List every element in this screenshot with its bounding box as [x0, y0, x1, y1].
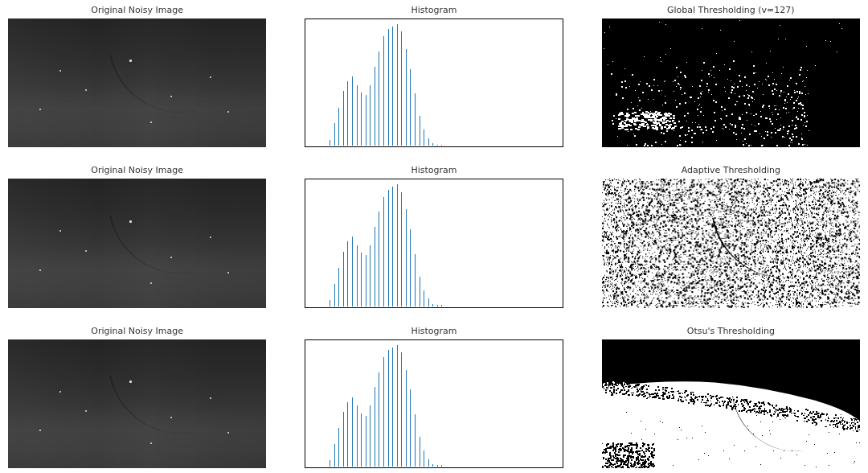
svg-rect-4268 [764, 291, 766, 293]
svg-rect-2171 [636, 223, 637, 224]
svg-rect-2156 [612, 305, 613, 306]
svg-rect-7072 [638, 216, 639, 217]
svg-rect-3014 [797, 227, 798, 228]
svg-rect-6402 [743, 195, 743, 196]
svg-rect-6832 [686, 223, 688, 224]
svg-rect-5467 [833, 280, 833, 281]
svg-rect-1687 [639, 239, 640, 240]
svg-rect-1974 [626, 287, 627, 288]
svg-rect-6482 [857, 238, 858, 239]
svg-rect-2789 [666, 225, 667, 226]
svg-rect-6443 [667, 279, 669, 281]
svg-rect-6943 [780, 185, 780, 186]
svg-rect-6993 [676, 292, 677, 293]
svg-rect-6466 [767, 298, 768, 300]
svg-rect-417 [758, 299, 759, 300]
svg-rect-4473 [822, 271, 823, 272]
svg-rect-4678 [842, 302, 843, 303]
svg-rect-6440 [676, 222, 678, 224]
svg-rect-6271 [705, 269, 706, 270]
svg-rect-2394 [647, 193, 648, 194]
svg-rect-6830 [707, 289, 709, 290]
svg-rect-5710 [852, 208, 853, 209]
svg-rect-6597 [633, 243, 633, 244]
svg-rect-218 [641, 207, 642, 208]
svg-rect-1702 [641, 299, 641, 300]
svg-rect-5352 [622, 210, 623, 211]
svg-rect-1269 [753, 183, 754, 183]
svg-rect-6410 [677, 282, 678, 283]
svg-rect-3303 [714, 237, 715, 238]
svg-rect-650 [827, 282, 828, 282]
svg-rect-6886 [834, 299, 835, 300]
svg-rect-6678 [633, 218, 634, 219]
svg-rect-24 [796, 307, 797, 308]
svg-rect-80 [637, 307, 638, 308]
svg-rect-2255 [716, 199, 717, 200]
svg-rect-4277 [787, 209, 788, 211]
svg-rect-5944 [720, 294, 721, 295]
svg-rect-2988 [686, 251, 686, 252]
svg-rect-4346 [783, 184, 784, 186]
svg-rect-2845 [817, 200, 818, 201]
svg-rect-5137 [761, 204, 762, 205]
svg-rect-298 [682, 295, 684, 297]
svg-rect-152 [827, 232, 828, 232]
svg-rect-169 [830, 195, 831, 196]
svg-rect-1883 [724, 212, 725, 212]
svg-rect-3556 [632, 298, 633, 299]
svg-rect-1638 [638, 295, 639, 296]
svg-rect-2073 [836, 292, 837, 293]
svg-rect-6807 [829, 186, 830, 187]
svg-rect-6206 [650, 201, 652, 203]
svg-rect-5235 [618, 199, 619, 199]
svg-rect-3081 [816, 274, 817, 274]
svg-rect-5910 [720, 212, 721, 212]
svg-rect-4931 [602, 255, 603, 256]
svg-rect-5022 [627, 224, 628, 224]
svg-rect-3380 [720, 247, 722, 249]
svg-rect-4251 [840, 179, 841, 180]
svg-rect-5755 [828, 270, 829, 271]
svg-rect-452 [726, 264, 727, 265]
svg-rect-7079 [695, 249, 697, 251]
svg-rect-3465 [710, 220, 710, 221]
svg-rect-7089 [725, 290, 726, 290]
svg-rect-4000 [661, 202, 661, 203]
svg-rect-4795 [715, 269, 716, 270]
svg-rect-3139 [733, 293, 734, 294]
svg-rect-4672 [653, 258, 653, 259]
svg-rect-2513 [679, 282, 680, 283]
svg-rect-1590 [660, 185, 661, 186]
svg-rect-6994 [694, 246, 696, 248]
svg-rect-6500 [643, 246, 644, 247]
svg-rect-3481 [752, 188, 753, 189]
svg-rect-2096 [799, 258, 800, 259]
svg-rect-3834 [655, 242, 657, 244]
svg-rect-6615 [833, 292, 833, 293]
svg-rect-4784 [608, 236, 609, 238]
svg-rect-5160 [732, 299, 734, 301]
svg-rect-5969 [820, 225, 821, 226]
svg-rect-7167 [629, 242, 630, 243]
svg-rect-5691 [664, 185, 665, 186]
svg-rect-4411 [832, 204, 833, 205]
svg-rect-1490 [804, 282, 805, 282]
svg-rect-150 [655, 197, 656, 198]
svg-rect-5267 [608, 291, 608, 292]
svg-rect-3789 [660, 189, 661, 190]
svg-rect-5033 [776, 300, 776, 301]
svg-rect-2157 [850, 298, 851, 299]
svg-rect-1794 [847, 261, 848, 262]
svg-rect-3480 [714, 269, 715, 270]
svg-rect-4471 [791, 179, 792, 180]
svg-rect-6866 [845, 195, 845, 195]
svg-rect-3437 [613, 259, 614, 260]
svg-rect-6822 [858, 257, 858, 257]
svg-rect-4592 [682, 282, 683, 282]
svg-rect-4015 [834, 266, 835, 267]
svg-rect-2307 [682, 192, 683, 193]
svg-rect-5569 [714, 242, 714, 243]
svg-rect-440 [661, 284, 662, 286]
svg-rect-6958 [608, 278, 609, 278]
